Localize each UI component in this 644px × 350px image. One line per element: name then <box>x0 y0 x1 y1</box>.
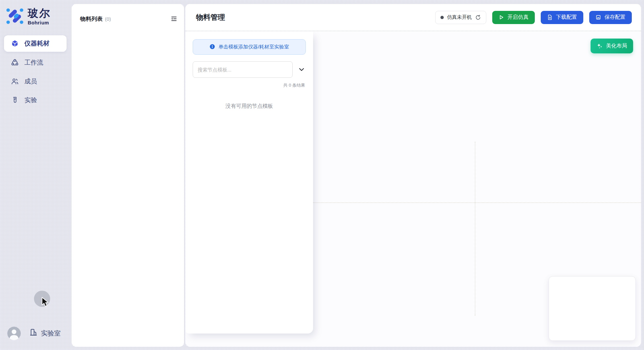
beautify-layout-label: 美化布局 <box>606 43 627 49</box>
refresh-status-button[interactable] <box>475 15 481 20</box>
collapse-panel-icon <box>170 15 177 22</box>
save-icon <box>596 15 601 20</box>
cursor-icon <box>41 297 50 309</box>
material-management-card: 物料管理 仿真未开机 开启仿真 <box>185 4 641 347</box>
start-simulation-label: 开启仿真 <box>507 14 529 21</box>
chevron-down-icon <box>298 66 306 73</box>
results-count: 共 0 条结果 <box>193 82 306 88</box>
bohrium-logo-icon <box>5 7 24 27</box>
expand-templates-button[interactable] <box>297 65 306 74</box>
search-input[interactable] <box>193 61 293 78</box>
sidebar-item-label: 仪器耗材 <box>24 39 49 48</box>
info-icon <box>209 44 215 50</box>
download-file-icon <box>547 15 553 20</box>
lab-building-icon <box>29 328 38 338</box>
workflow-icon <box>11 59 19 67</box>
materials-list-panel: 物料列表 (0) <box>72 4 184 347</box>
materials-count: (0) <box>105 16 111 22</box>
save-config-label: 保存配置 <box>604 14 626 21</box>
sidebar-item-label: 成员 <box>24 77 37 86</box>
header-actions: 仿真未开机 开启仿真 <box>435 11 632 24</box>
simulation-status-label: 仿真未开机 <box>447 14 472 20</box>
empty-state-text: 没有可用的节点模板 <box>193 103 306 110</box>
cube-icon <box>11 40 19 47</box>
download-config-button[interactable]: 下载配置 <box>541 11 583 24</box>
sidebar-item-members[interactable]: 成员 <box>4 73 67 90</box>
info-banner-text: 单击模板添加仪器/耗材至实验室 <box>218 44 289 50</box>
materials-list-header: 物料列表 (0) <box>72 4 184 23</box>
brand-name-zh: 玻尔 <box>28 7 51 19</box>
sidebar-footer: 实验室 <box>0 325 70 343</box>
brand-logo: 玻尔 Bohrium <box>5 7 51 27</box>
lab-switcher[interactable]: 实验室 <box>29 328 61 338</box>
sidebar-item-workflow[interactable]: 工作流 <box>4 54 67 71</box>
page-root: 玻尔 Bohrium 仪器耗材 工作流 <box>0 0 644 350</box>
start-simulation-button[interactable]: 开启仿真 <box>492 11 535 24</box>
canvas-guide-vertical <box>475 142 475 316</box>
simulation-status-chip: 仿真未开机 <box>435 11 486 24</box>
refresh-icon <box>475 15 481 20</box>
materials-list-title: 物料列表 <box>80 15 103 23</box>
beautify-layout-button[interactable]: 美化布局 <box>591 39 633 53</box>
sidebar-item-experiments[interactable]: 实验 <box>4 92 67 108</box>
lab-switcher-label: 实验室 <box>41 329 61 338</box>
download-config-label: 下载配置 <box>556 14 577 21</box>
sidebar-item-label: 工作流 <box>24 58 43 67</box>
minimap-panel[interactable] <box>549 276 636 341</box>
status-dot <box>440 16 444 19</box>
template-panel: 单击模板添加仪器/耗材至实验室 共 0 条结果 没有可用的节点模板 <box>185 31 313 334</box>
play-icon <box>499 15 504 20</box>
info-banner: 单击模板添加仪器/耗材至实验室 <box>193 39 306 55</box>
sidebar-item-instruments[interactable]: 仪器耗材 <box>4 35 67 52</box>
save-config-button[interactable]: 保存配置 <box>589 11 632 24</box>
template-search-row <box>193 61 306 78</box>
sidebar-item-label: 实验 <box>24 96 37 104</box>
avatar[interactable] <box>7 327 21 340</box>
main-header: 物料管理 仿真未开机 开启仿真 <box>185 4 641 31</box>
sparkles-icon <box>596 43 603 49</box>
members-icon <box>11 77 19 85</box>
page-title: 物料管理 <box>196 13 225 22</box>
brand-text: 玻尔 Bohrium <box>28 7 51 25</box>
brand-name-en: Bohrium <box>28 20 51 25</box>
collapse-panel-button[interactable] <box>170 15 178 23</box>
experiment-icon <box>11 96 19 104</box>
